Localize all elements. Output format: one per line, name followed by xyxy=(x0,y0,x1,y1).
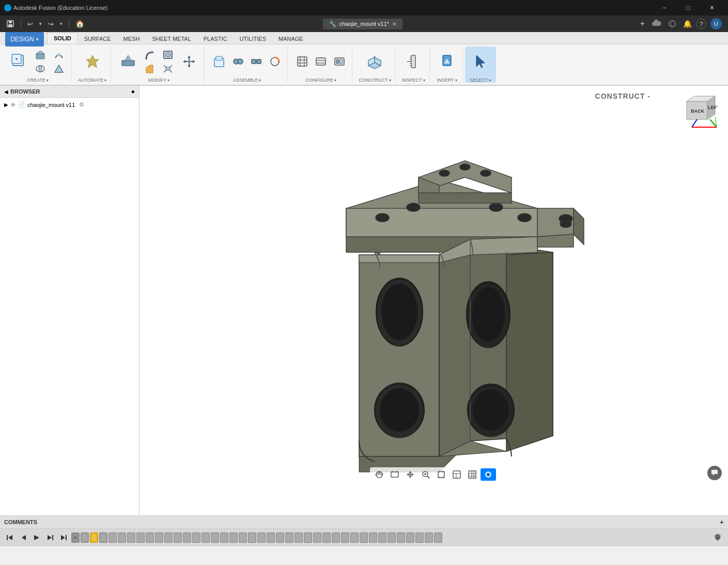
move-button[interactable] xyxy=(178,48,200,75)
timeline-marker-17[interactable] xyxy=(220,532,228,543)
timeline-marker-24[interactable] xyxy=(285,532,293,543)
create-group-label[interactable]: CREATE ▾ xyxy=(27,78,49,83)
select-button[interactable] xyxy=(470,48,491,75)
timeline-play-button[interactable] xyxy=(31,533,42,542)
timeline-marker-25[interactable] xyxy=(295,532,303,543)
configure-btn1[interactable] xyxy=(294,54,311,69)
tab-surface[interactable]: SURFACE xyxy=(78,34,117,44)
timeline-marker-12[interactable] xyxy=(174,532,182,543)
modify-group-label[interactable]: MODIFY ▾ xyxy=(148,78,169,83)
display-mode-button[interactable] xyxy=(481,468,496,481)
inspect-group-label[interactable]: INSPECT ▾ xyxy=(402,78,425,83)
timeline-marker-4[interactable] xyxy=(99,532,107,543)
qa-redo-button[interactable]: ↪ xyxy=(46,19,56,29)
zoom-button[interactable] xyxy=(419,468,433,481)
timeline-marker-26[interactable] xyxy=(304,532,312,543)
orbit-button[interactable] xyxy=(372,468,386,481)
close-button[interactable]: ✕ xyxy=(700,0,724,16)
restore-button[interactable]: □ xyxy=(676,0,700,16)
timeline-marker-21[interactable] xyxy=(257,532,266,543)
assemble-group-label[interactable]: ASSEMBLE ▾ xyxy=(233,78,261,83)
drive-joints-button[interactable] xyxy=(267,54,283,69)
timeline-marker-22[interactable] xyxy=(267,532,275,543)
timeline-marker-35[interactable] xyxy=(388,532,396,543)
view-options-button[interactable] xyxy=(450,468,464,481)
timeline-marker-28[interactable] xyxy=(322,532,331,543)
look-at-button[interactable] xyxy=(388,468,402,481)
timeline-marker-11[interactable] xyxy=(164,532,173,543)
timeline-marker-37[interactable] xyxy=(406,532,414,543)
qa-redo-dropdown[interactable]: ▾ xyxy=(58,20,65,27)
pan-button[interactable] xyxy=(403,468,417,481)
revolve-button[interactable] xyxy=(32,63,49,75)
close-tab-button[interactable]: ✕ xyxy=(392,21,396,27)
timeline-marker-31[interactable] xyxy=(350,532,359,543)
joint-button[interactable] xyxy=(229,54,246,69)
timeline-marker-23[interactable] xyxy=(276,532,284,543)
timeline-marker-14[interactable] xyxy=(192,532,200,543)
browser-visibility-icon[interactable]: 👁 xyxy=(10,102,16,108)
automate-button[interactable] xyxy=(82,48,103,75)
fit-button[interactable] xyxy=(434,468,448,481)
qa-home-button[interactable]: 🏠 xyxy=(73,19,86,29)
viewcube[interactable]: BACK LEFT xyxy=(676,91,718,132)
timeline-marker-6[interactable] xyxy=(118,532,126,543)
qa-user-button[interactable]: U xyxy=(708,17,724,30)
qa-notifications-button[interactable]: 🔔 xyxy=(681,19,694,29)
timeline-marker-13[interactable] xyxy=(183,532,191,543)
tab-mesh[interactable]: MESH xyxy=(117,34,146,44)
select-group-label[interactable]: SELECT ▾ xyxy=(470,78,491,83)
construct-plane-button[interactable] xyxy=(364,48,385,75)
viewport[interactable]: BACK LEFT CONSTRUCT - xyxy=(140,86,728,515)
configure-btn3[interactable] xyxy=(331,54,348,69)
timeline-marker-19[interactable] xyxy=(239,532,247,543)
timeline-marker-9[interactable] xyxy=(146,532,154,543)
minimize-button[interactable]: − xyxy=(653,0,676,16)
timeline-marker-36[interactable] xyxy=(397,532,405,543)
comments-toggle-button[interactable]: + xyxy=(720,518,724,526)
tab-sheet-metal[interactable]: SHEET METAL xyxy=(146,34,197,44)
measure-button[interactable] xyxy=(402,48,424,75)
qa-help-button[interactable]: ? xyxy=(696,19,706,29)
browser-options-button[interactable]: ● xyxy=(131,88,135,95)
rigid-group-button[interactable] xyxy=(248,54,265,69)
tab-solid[interactable]: SOLID xyxy=(47,33,78,44)
configure-btn2[interactable] xyxy=(313,54,329,69)
fillet-button[interactable] xyxy=(141,49,158,61)
shell-button[interactable] xyxy=(160,49,176,61)
timeline-marker-3[interactable] xyxy=(90,532,98,543)
qa-undo-button[interactable]: ↩ xyxy=(25,19,35,29)
new-tab-button[interactable]: + xyxy=(637,19,648,29)
timeline-marker-33[interactable] xyxy=(369,532,377,543)
tab-plastic[interactable]: PLASTIC xyxy=(197,34,234,44)
timeline-next-button[interactable] xyxy=(44,533,56,542)
browser-item-options[interactable]: ⚙ xyxy=(79,101,84,108)
timeline-marker-29[interactable] xyxy=(332,532,340,543)
qa-undo-dropdown[interactable]: ▾ xyxy=(37,20,44,27)
timeline-marker-16[interactable] xyxy=(211,532,219,543)
grid-button[interactable] xyxy=(465,468,479,481)
timeline-marker-32[interactable] xyxy=(360,532,368,543)
automate-group-label[interactable]: AUTOMATE ▾ xyxy=(78,78,106,83)
timeline-marker-27[interactable] xyxy=(313,532,321,543)
tab-utilities[interactable]: UTILITIES xyxy=(234,34,272,44)
extrude-button[interactable] xyxy=(32,49,49,61)
timeline-marker-20[interactable] xyxy=(248,532,256,543)
timeline-marker-38[interactable] xyxy=(415,532,424,543)
construct-group-label[interactable]: CONSTRUCT ▾ xyxy=(359,78,391,83)
qa-cloud-button[interactable] xyxy=(650,19,663,29)
file-tab[interactable]: 🔧 chaojie_mount v11* ✕ xyxy=(323,19,403,29)
timeline-marker-39[interactable] xyxy=(425,532,433,543)
timeline-marker-1[interactable] xyxy=(71,532,80,543)
design-dropdown-button[interactable]: DESIGN ▾ xyxy=(5,32,44,47)
timeline-last-button[interactable] xyxy=(58,533,69,542)
timeline-marker-8[interactable] xyxy=(136,532,145,543)
browser-item-root[interactable]: ▶ 👁 📄 chaojie_mount v11 ⚙ xyxy=(4,100,135,110)
new-component-button[interactable] xyxy=(8,48,30,75)
tab-manage[interactable]: MANAGE xyxy=(272,34,309,44)
timeline-marker-18[interactable] xyxy=(229,532,238,543)
sweep-button[interactable] xyxy=(51,49,67,61)
browser-back-button[interactable]: ◀ xyxy=(4,89,8,95)
chamfer-button[interactable] xyxy=(141,63,158,75)
timeline-prev-button[interactable] xyxy=(18,533,29,542)
